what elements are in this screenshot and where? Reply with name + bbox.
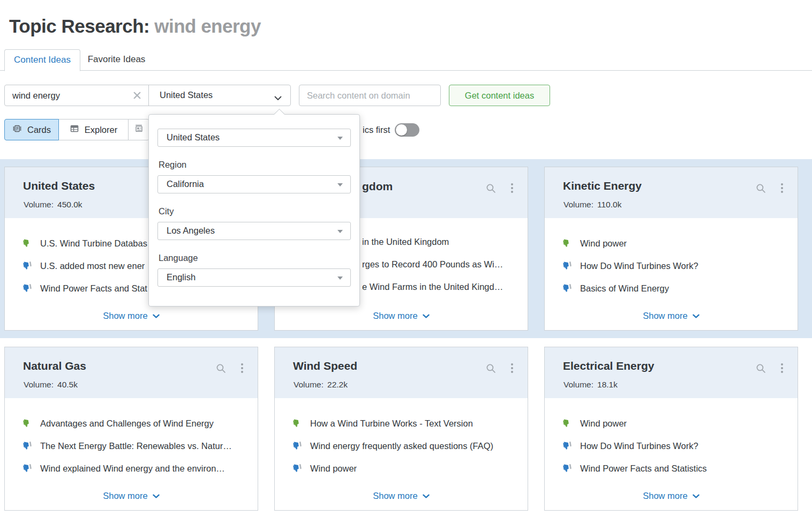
headline-text: How Do Wind Turbines Work? <box>580 261 698 271</box>
view-cards-button[interactable]: Cards <box>4 119 59 140</box>
chevron-down-icon <box>153 491 160 501</box>
volume-label: Volume: <box>24 200 54 209</box>
language-select-value: English <box>167 272 196 282</box>
volume-value: 450.0k <box>57 200 82 209</box>
region-select-value: California <box>167 179 204 189</box>
country-select-value: United States <box>167 132 220 143</box>
volume-value: 22.2k <box>327 380 348 389</box>
headline-text-fragment[interactable]: in the United Kingdom <box>362 237 449 247</box>
show-more-link[interactable]: Show more <box>5 491 258 501</box>
headline-item[interactable]: Wind Power Facts and Statistics <box>563 462 707 475</box>
headline-item[interactable]: Advantages and Challenges of Wind Energy <box>23 417 214 430</box>
card-volume: Volume:22.2k <box>294 380 348 390</box>
caret-down-icon <box>337 137 343 140</box>
more-options-icon[interactable] <box>510 183 514 193</box>
subtopics-first-toggle[interactable] <box>395 123 419 137</box>
location-select[interactable]: United States <box>149 85 290 106</box>
headline-item[interactable]: How Do Wind Turbines Work? <box>563 259 698 272</box>
get-content-ideas-button[interactable]: Get content ideas <box>449 85 550 106</box>
headline-item[interactable]: Wind Power Facts and Stat <box>23 282 147 295</box>
topic-card-kinetic-energy: Kinetic Energy Volume:110.0k Wind power … <box>544 167 798 331</box>
headline-item[interactable]: Wind power <box>563 417 627 430</box>
overview-article-icon <box>134 124 144 136</box>
region-select[interactable]: California <box>157 175 351 193</box>
headline-text: Advantages and Challenges of Wind Energy <box>40 419 214 429</box>
search-icon[interactable] <box>486 183 496 193</box>
card-title: Electrical Energy <box>563 360 654 372</box>
tab-favorite-ideas[interactable]: Favorite Ideas <box>83 49 150 70</box>
view-toolbar: Cards Explorer <box>0 119 812 140</box>
volume-label: Volume: <box>294 380 324 389</box>
headline-item[interactable]: Wind power <box>563 237 627 250</box>
cards-view-icon <box>12 124 22 136</box>
headline-text-fragment[interactable]: rges to Record 400 Pounds as Wi… <box>362 259 503 270</box>
headline-item[interactable]: The Next Energy Battle: Renewables vs. N… <box>23 439 232 452</box>
headline-item[interactable]: U.S. Wind Turbine Databas <box>23 237 147 250</box>
view-overview-button[interactable] <box>128 119 149 140</box>
search-row: United States Get content ideas <box>0 85 812 106</box>
card-header-actions <box>756 363 784 373</box>
card-header-actions <box>486 363 514 373</box>
headline-text: How a Wind Turbine Works - Text Version <box>310 419 473 429</box>
headline-item[interactable]: Wind power <box>293 462 357 475</box>
search-icon[interactable] <box>756 363 766 373</box>
tab-bar: Content Ideas Favorite Ideas <box>0 49 812 71</box>
more-options-icon[interactable] <box>240 363 244 373</box>
caret-down-icon <box>337 183 343 186</box>
search-icon[interactable] <box>216 363 226 373</box>
city-select[interactable]: Los Angeles <box>157 222 351 240</box>
keyword-input[interactable] <box>5 85 148 106</box>
show-more-link[interactable]: Show more <box>275 491 528 501</box>
headline-item[interactable]: U.S. added most new ener <box>23 259 145 272</box>
volume-value: 110.0k <box>597 200 621 209</box>
show-more-link[interactable]: Show more <box>545 311 798 321</box>
headline-item[interactable]: Basics of Wind Energy <box>563 282 669 295</box>
more-options-icon[interactable] <box>780 183 784 193</box>
caret-down-icon <box>337 230 343 233</box>
megaphone-green-icon <box>293 418 303 429</box>
search-icon[interactable] <box>486 363 496 373</box>
headline-text: Wind power <box>580 419 627 429</box>
show-more-label: Show more <box>103 311 147 321</box>
language-select[interactable]: English <box>157 268 351 287</box>
country-select[interactable]: United States <box>157 129 351 147</box>
card-header: Electrical Energy Volume:18.1k <box>545 347 798 398</box>
headline-text: The Next Energy Battle: Renewables vs. N… <box>40 441 232 451</box>
city-select-value: Los Angeles <box>167 226 215 236</box>
headline-item[interactable]: Wind energy frequently asked questions (… <box>293 439 493 452</box>
show-more-label: Show more <box>643 491 687 501</box>
card-title: Natural Gas <box>23 360 86 372</box>
headline-item[interactable]: How Do Wind Turbines Work? <box>563 439 698 452</box>
tab-content-ideas[interactable]: Content Ideas <box>4 49 80 71</box>
location-dropdown-panel: United States Region California City Los… <box>148 114 360 307</box>
headline-text: U.S. Wind Turbine Databas <box>40 238 147 249</box>
chevron-down-icon <box>274 93 282 103</box>
toggle-knob <box>396 124 407 136</box>
search-icon[interactable] <box>756 183 766 193</box>
show-more-label: Show more <box>373 311 417 321</box>
headline-text: Wind explained Wind energy and the envir… <box>40 464 225 474</box>
headline-item[interactable]: How a Wind Turbine Works - Text Version <box>293 417 473 430</box>
more-options-icon[interactable] <box>510 363 514 373</box>
card-header-actions <box>486 183 514 193</box>
show-more-link[interactable]: Show more <box>545 491 798 501</box>
volume-label: Volume: <box>563 200 593 209</box>
topic-card-wind-speed: Wind Speed Volume:22.2k How a Wind Turbi… <box>274 347 528 511</box>
megaphone-blue-icon <box>563 463 573 474</box>
location-select-value: United States <box>160 90 213 100</box>
chevron-down-icon <box>693 491 700 501</box>
more-options-icon[interactable] <box>780 363 784 373</box>
card-header-actions <box>216 363 244 373</box>
show-more-link[interactable]: Show more <box>5 311 258 321</box>
chevron-down-icon <box>423 491 430 501</box>
clear-keyword-icon[interactable] <box>133 92 141 99</box>
headline-text: Wind energy frequently asked questions (… <box>310 441 493 451</box>
domain-search-input[interactable] <box>299 85 441 106</box>
page-title-query: wind energy <box>154 16 261 36</box>
view-explorer-button[interactable]: Explorer <box>58 119 129 140</box>
megaphone-blue-icon <box>23 463 33 474</box>
headline-text-fragment[interactable]: e Wind Farms in the United Kingd… <box>362 282 503 292</box>
show-more-link[interactable]: Show more <box>275 311 528 321</box>
view-cards-label: Cards <box>27 125 51 135</box>
headline-item[interactable]: Wind explained Wind energy and the envir… <box>23 462 225 475</box>
